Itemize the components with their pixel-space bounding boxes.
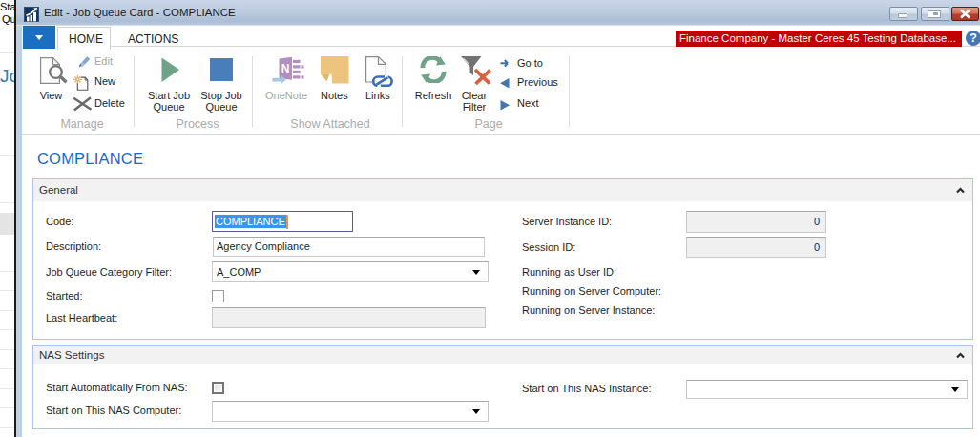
- svg-text:N: N: [281, 62, 290, 75]
